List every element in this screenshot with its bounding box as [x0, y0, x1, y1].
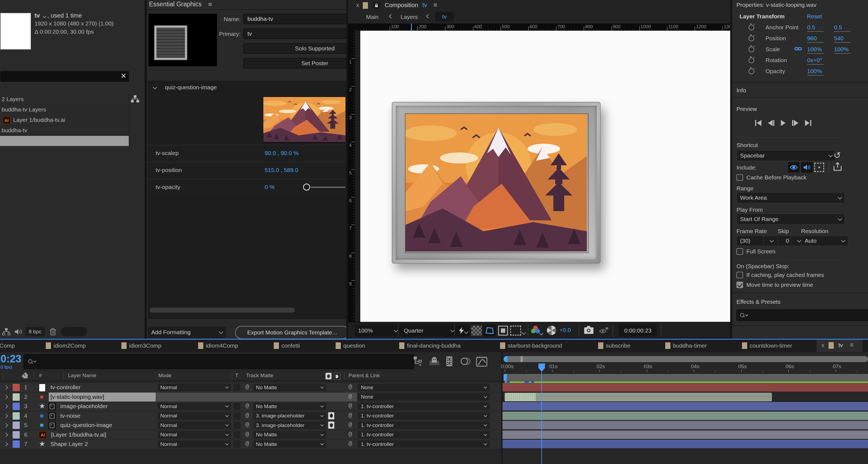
matte-pickwhip-icon[interactable]: @ — [246, 431, 249, 437]
comp-canvas[interactable] — [360, 31, 730, 322]
layer-row-7[interactable]: 7★Shape Layer 2Normal@No Matte@1. tv-con… — [0, 440, 501, 449]
layer-mode-dropdown[interactable]: Normal — [158, 431, 231, 438]
track-matte-dropdown[interactable]: No Matte — [253, 403, 326, 410]
layer-name[interactable]: tv-controller — [51, 384, 81, 391]
play-button[interactable] — [781, 120, 785, 126]
layer-expand-chevron[interactable] — [4, 413, 8, 418]
matte-pickwhip-icon[interactable]: @ — [246, 440, 249, 447]
effects-search-input[interactable] — [737, 310, 868, 321]
transform-value-2[interactable]: 0.5 — [834, 24, 850, 32]
comp-resolution-dropdown[interactable]: Quarter — [401, 324, 457, 337]
composition-mini-flowchart-icon[interactable] — [412, 356, 423, 367]
graph-editor-icon[interactable] — [476, 356, 488, 367]
layer-expand-chevron[interactable] — [4, 433, 8, 437]
breadcrumb-main[interactable]: Main — [366, 14, 379, 20]
layer-duration-bar[interactable] — [502, 402, 868, 410]
draft-3d-icon[interactable] — [428, 356, 440, 367]
stopwatch-icon[interactable] — [748, 36, 754, 41]
project-audio-icon[interactable] — [14, 328, 22, 335]
eg-name-input[interactable]: buddha-tv — [243, 14, 346, 24]
column-number[interactable]: # — [39, 373, 42, 378]
tab-starburst-background[interactable]: starburst-background — [500, 342, 562, 349]
layer-name[interactable]: image-placeholder — [60, 403, 108, 409]
frame-rate-chevron[interactable] — [763, 236, 780, 246]
matte-pickwhip-icon[interactable]: @ — [246, 402, 249, 409]
layer-duration-bar[interactable] — [502, 383, 868, 392]
layer-color-chip[interactable] — [12, 422, 20, 429]
stopwatch-icon[interactable] — [748, 58, 754, 63]
panel-menu-icon[interactable]: ≡ — [208, 1, 212, 8]
include-video-icon[interactable] — [788, 162, 800, 173]
parent-pickwhip-icon[interactable]: @ — [348, 412, 352, 419]
work-area-bar[interactable] — [504, 374, 868, 381]
eg-property-row[interactable]: tv-opacity0 % — [147, 179, 346, 196]
layer-row-5[interactable]: 5quiz-question-imageNormal@3. image-plac… — [0, 421, 501, 430]
layer-row-4[interactable]: 4tv-noiseNormal@3. image-placeholder@1. … — [0, 411, 501, 421]
stopwatch-icon[interactable] — [748, 68, 754, 74]
parent-link-dropdown[interactable]: 1. tv-controller — [358, 412, 490, 420]
breadcrumb-layers[interactable]: Layers — [401, 14, 418, 20]
column-parent-link[interactable]: Parent & Link — [348, 373, 380, 378]
matte-pickwhip-icon[interactable]: @ — [246, 421, 249, 428]
parent-link-dropdown[interactable]: 1. tv-controller — [358, 431, 490, 438]
eg-group-label[interactable]: quiz-question-image — [165, 84, 217, 91]
tab-menu-icon[interactable]: ≡ — [850, 341, 854, 349]
region-of-interest-icon[interactable] — [510, 326, 521, 336]
layer-expand-chevron[interactable] — [4, 385, 8, 390]
transform-value-1[interactable]: 960 — [807, 35, 824, 43]
project-search-close-icon[interactable]: ✕ — [121, 72, 127, 80]
layer-color-chip[interactable] — [12, 403, 20, 410]
project-item-name[interactable]: tv — [34, 12, 40, 19]
tab-final-dancing-buddha[interactable]: final-dancing-buddha — [399, 342, 461, 349]
track-matte-dropdown[interactable]: No Matte — [253, 440, 326, 448]
play-cached-frames-row[interactable]: If caching, play cached frames — [737, 272, 824, 278]
include-export-icon[interactable] — [833, 162, 842, 172]
comp-zoom-dropdown[interactable]: 100% — [355, 324, 401, 337]
layer-color-chip[interactable] — [12, 393, 20, 401]
transform-value-2[interactable]: 540 — [834, 35, 850, 43]
full-screen-row[interactable]: Full Screen — [737, 248, 775, 255]
eg-group-collapse-icon[interactable] — [153, 85, 157, 90]
layer-duration-bar[interactable] — [502, 421, 868, 430]
tab-tv-active[interactable]: x tv ≡ — [816, 340, 863, 352]
layer-expand-chevron[interactable] — [4, 423, 8, 428]
layer-name[interactable]: [v-static-looping.wav] — [51, 394, 104, 400]
eg-add-formatting-dropdown[interactable]: Add Formatting — [148, 327, 226, 338]
parent-pickwhip-icon[interactable]: @ — [348, 402, 352, 409]
layer-mode-dropdown[interactable]: Normal — [158, 440, 231, 448]
go-to-end-button[interactable] — [805, 120, 811, 126]
layer-duration-bar[interactable] — [502, 412, 868, 420]
project-footer-pill[interactable] — [61, 327, 87, 336]
parent-link-dropdown[interactable]: 1. tv-controller — [358, 440, 490, 448]
transform-value-1[interactable]: 100% — [807, 68, 824, 75]
tab-question[interactable]: question — [336, 342, 365, 349]
parent-pickwhip-icon[interactable]: @ — [348, 383, 352, 390]
parent-link-dropdown[interactable]: 1. tv-controller — [358, 422, 490, 429]
tab-idiom4Comp[interactable]: idiom4Comp — [198, 342, 238, 349]
project-row[interactable]: buddha-tv — [0, 125, 129, 136]
transform-reset-button[interactable]: Reset — [807, 13, 822, 20]
label-color-column-icon[interactable] — [22, 373, 29, 380]
parent-pickwhip-icon[interactable]: @ — [348, 393, 352, 400]
timeline-hscrollbar[interactable] — [504, 356, 868, 362]
previous-frame-button[interactable] — [768, 120, 774, 126]
frame-blending-icon[interactable] — [444, 356, 455, 367]
project-item-title[interactable]: tv , used 1 time — [34, 12, 82, 19]
layer-duration-bar[interactable] — [502, 440, 868, 448]
eg-property-row[interactable]: tv-scalep90.0 , 90.0 % — [147, 145, 346, 162]
info-section-header[interactable]: Info — [737, 87, 746, 94]
track-matte-dropdown[interactable]: 3. image-placeholder — [253, 412, 326, 420]
eg-property-value[interactable]: 515.0 , 589.0 — [265, 167, 299, 174]
scale-link-icon[interactable] — [795, 47, 802, 51]
layer-t-toggle[interactable] — [234, 422, 241, 429]
layer-row-2[interactable]: 2[v-static-looping.wav]@None — [0, 393, 501, 402]
breadcrumb-current[interactable]: tv — [435, 12, 454, 21]
comp-tab-menu-icon[interactable]: ≡ — [433, 1, 437, 9]
layer-row-6[interactable]: 6Ai[Layer 1/buddha-tv.ai]Normal@No Matte… — [0, 430, 501, 440]
stopwatch-icon[interactable] — [748, 47, 754, 52]
project-bpc-button[interactable]: 8 bpc — [25, 327, 45, 336]
layer-mode-dropdown[interactable]: Normal — [158, 422, 231, 429]
tv-frame[interactable] — [392, 102, 600, 264]
move-time-checkbox[interactable] — [737, 282, 743, 288]
parent-pickwhip-icon[interactable]: @ — [348, 431, 352, 437]
